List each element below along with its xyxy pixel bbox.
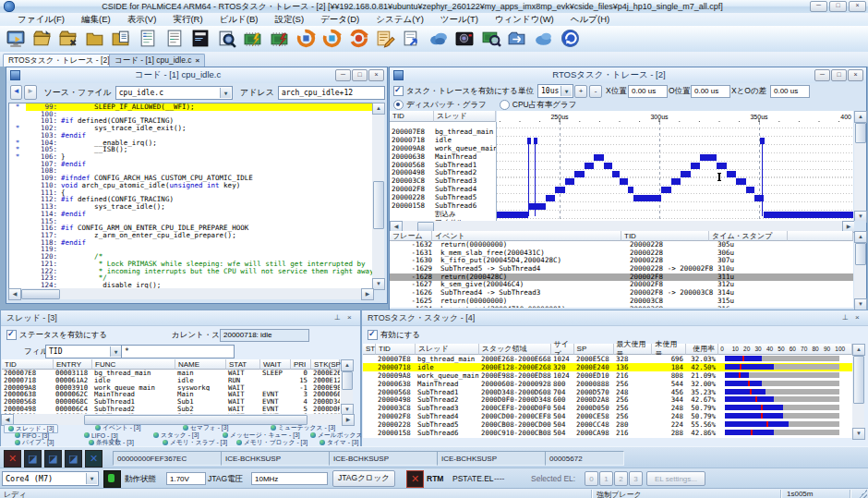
- search-icon[interactable]: [217, 29, 237, 49]
- stack-row[interactable]: 20000158SubThread62000C910-2000CB0850420…: [363, 429, 852, 437]
- jtag-clock-button[interactable]: JTAGクロック: [332, 470, 395, 487]
- reset-icon[interactable]: [296, 29, 317, 49]
- code-text[interactable]: z_arm_on_enter_cpu_idle_prepare();: [57, 232, 372, 239]
- stack-row[interactable]: 200007E8bg_thread_main2000E268-2000E6681…: [363, 355, 852, 363]
- menu-システム(Y)[interactable]: システム(Y): [368, 14, 432, 26]
- stack-column-header[interactable]: 最大使用量: [614, 344, 653, 355]
- menu-ビルド(B)[interactable]: ビルド(B): [211, 14, 267, 26]
- close-icon[interactable]: ×: [855, 313, 864, 322]
- breakpoint-gutter[interactable]: [9, 274, 26, 282]
- folder-blue-icon[interactable]: [507, 29, 527, 49]
- breakpoint-gutter[interactable]: *: [9, 153, 26, 161]
- el-button-2[interactable]: 2: [614, 471, 628, 486]
- trace-thread-row[interactable]: 20000568SubThread1: [390, 161, 496, 169]
- thread-vscrollbar[interactable]: ▲▼: [341, 359, 353, 414]
- folder-docs-icon[interactable]: [111, 29, 131, 49]
- code-hscrollbar[interactable]: ◀▶: [8, 288, 372, 299]
- download-board-icon[interactable]: [243, 29, 263, 49]
- menu-ヘルプ(H)[interactable]: ヘルプ(H): [562, 14, 618, 26]
- stack-row[interactable]: 20000228SubThread52000CB08-2000CD0050420…: [363, 420, 852, 429]
- doc-tab-1[interactable]: RTOSタスク・トレース - [2]×: [3, 54, 123, 67]
- trace-thread-row[interactable]: 20000228SubThread5: [390, 193, 496, 201]
- tab-close-icon[interactable]: ×: [196, 56, 200, 65]
- zoom-in-button[interactable]: +: [574, 85, 587, 98]
- code-text[interactable]: sys_trace_idle();: [57, 203, 372, 211]
- cpu-graph-radio[interactable]: [500, 100, 510, 110]
- breakpoint-gutter[interactable]: [9, 225, 26, 232]
- snapshot-icon[interactable]: [454, 29, 475, 49]
- trace-thread-row[interactable]: 20000498SubThread2: [390, 168, 496, 176]
- new-workspace-icon[interactable]: [6, 29, 26, 49]
- breakpoint-gutter[interactable]: [9, 211, 26, 218]
- code-vscrollbar[interactable]: ▲▼: [372, 103, 384, 288]
- graph-vscrollbar[interactable]: ▲▼: [854, 111, 866, 221]
- code-text[interactable]: SLEEP_IF_ALLOWED(__WFI);: [57, 103, 372, 111]
- thread-column-header[interactable]: PRI: [291, 359, 311, 370]
- el-settings-button[interactable]: EL settings...: [646, 471, 705, 486]
- code-text[interactable]: __ISB();: [57, 146, 372, 153]
- thread-row[interactable]: 200005680000068CSubThread1Sub1WAITEVNT42…: [2, 398, 341, 406]
- address-input[interactable]: arch_cpu_idle+12: [278, 86, 385, 100]
- close-button[interactable]: ×: [848, 69, 863, 81]
- back-button[interactable]: ◄: [10, 85, 22, 100]
- breakpoint-gutter[interactable]: *: [9, 125, 26, 132]
- cloud-icon[interactable]: [534, 29, 554, 49]
- breakpoint-gutter[interactable]: [9, 261, 26, 268]
- stack-row[interactable]: 200009A8work_queue_main2000E988-2000ED88…: [363, 371, 852, 380]
- board-search-icon[interactable]: [481, 29, 501, 49]
- el-button-3[interactable]: 3: [629, 471, 643, 486]
- breakpoint-gutter[interactable]: [9, 182, 26, 189]
- doc-tab-2[interactable]: コード - [1] cpu_idle.c×: [109, 54, 205, 67]
- status-enable-checkbox[interactable]: [6, 330, 17, 340]
- stack-row[interactable]: 20000568SubThread12000D348-2000D60870420…: [363, 388, 852, 396]
- pin-icon[interactable]: ⊥: [334, 313, 344, 322]
- thread-row[interactable]: 200006380000062CMainThreadMainWAITEVNT32…: [2, 391, 341, 398]
- el-button-0[interactable]: 0: [585, 471, 598, 486]
- trace-thread-row[interactable]: 200002F8SubThread4: [390, 185, 496, 193]
- stack-column-header[interactable]: TID: [376, 344, 416, 355]
- el-button-1[interactable]: 1: [599, 471, 613, 486]
- thread-column-header[interactable]: STK(SP)▲: [311, 359, 340, 370]
- scroll-up-icon[interactable]: ▲: [854, 111, 867, 123]
- stack-row[interactable]: 20000718idle2000E128-2000E2683202000E240…: [363, 363, 852, 371]
- open-folder-icon[interactable]: [32, 29, 53, 49]
- menu-ツール(T)[interactable]: ツール(T): [432, 14, 487, 26]
- transfer-doc-icon[interactable]: [402, 29, 422, 49]
- code-text[interactable]: #endif: [57, 161, 372, 168]
- maximize-button[interactable]: □: [352, 69, 368, 81]
- code-text[interactable]: void arch_cpu_atomic_idle(unsigned int k…: [57, 182, 372, 189]
- reset2-icon[interactable]: [322, 29, 343, 49]
- thread-column-header[interactable]: WAIT: [260, 359, 291, 370]
- thread-column-header[interactable]: スレッド: [434, 111, 496, 122]
- tab-イベント - [3][interactable]: イベント - [3]: [91, 424, 144, 431]
- scroll-up-icon[interactable]: ▲: [852, 344, 865, 356]
- maximize-button[interactable]: □: [829, 1, 847, 12]
- edit-doc-icon[interactable]: [375, 29, 395, 49]
- menu-ウィンドウ(W)[interactable]: ウィンドウ(W): [487, 14, 562, 26]
- breakpoint-gutter[interactable]: [9, 218, 26, 225]
- menu-表示(V)[interactable]: 表示(V): [119, 14, 165, 26]
- scroll-up-icon[interactable]: ▲: [372, 103, 385, 115]
- trace-thread-row[interactable]: 割込み: [390, 210, 496, 218]
- thread-column-header[interactable]: STAT: [226, 359, 260, 370]
- trace-thread-row[interactable]: 200003C8SubThread3: [390, 176, 496, 185]
- event-column-header[interactable]: [788, 231, 853, 241]
- scroll-thumb[interactable]: [853, 356, 864, 404]
- source-file-combo[interactable]: cpu_idle.c▼: [115, 86, 233, 100]
- breakpoint-gutter[interactable]: [9, 167, 26, 175]
- stack-vscrollbar[interactable]: ▲▼: [852, 344, 864, 438]
- scroll-down-icon[interactable]: ▼: [372, 278, 385, 290]
- stack-column-header[interactable]: SP: [574, 344, 614, 355]
- minimize-button[interactable]: ─: [335, 69, 351, 81]
- event-vscrollbar[interactable]: ▲▼: [854, 231, 866, 309]
- save-icon[interactable]: [190, 29, 211, 49]
- trace-thread-row[interactable]: 200007E8bg_thread_main: [390, 128, 496, 136]
- breakpoint-gutter[interactable]: [9, 203, 26, 211]
- stack-enable-checkbox[interactable]: [368, 330, 378, 340]
- code-text[interactable]: [57, 246, 372, 253]
- memory-icon[interactable]: [428, 29, 449, 49]
- thread-column-header[interactable]: FUNC: [92, 359, 175, 370]
- trace-thread-row[interactable]: 20000638MainThread: [390, 152, 496, 161]
- trace-thread-row[interactable]: 20000718idle: [390, 136, 496, 144]
- thread-row[interactable]: 200007E800003118bg_thread_mainmainWAITSL…: [2, 370, 341, 377]
